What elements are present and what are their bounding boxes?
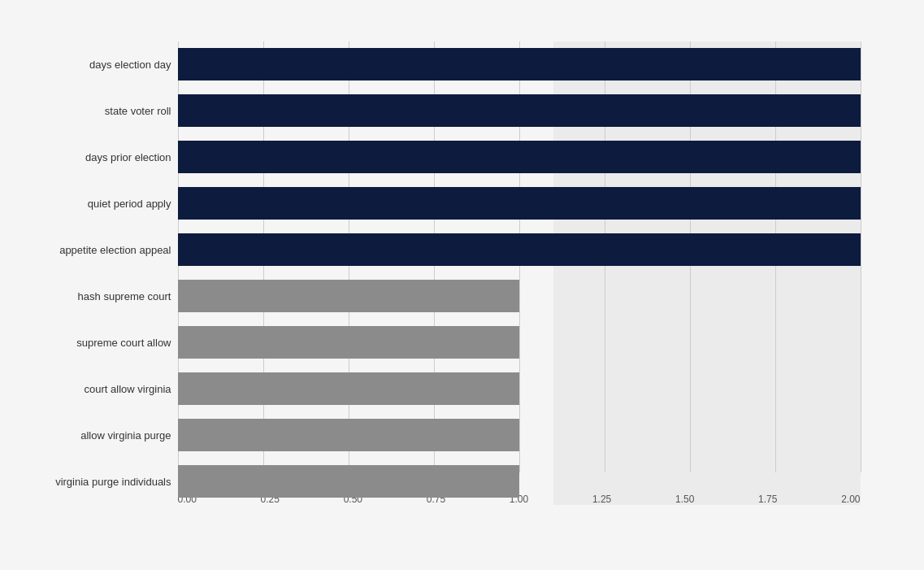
- bar-track: [178, 326, 861, 359]
- bar-row: supreme court allow: [178, 320, 861, 366]
- bar-row: virginia purge individuals: [178, 459, 861, 505]
- bar-label: days prior election: [17, 151, 171, 163]
- bar-track: [178, 141, 861, 173]
- bar-label: virginia purge individuals: [17, 476, 171, 488]
- bar-row: court allow virginia: [178, 366, 861, 412]
- bar-fill: [178, 94, 861, 127]
- bar-label: court allow virginia: [17, 383, 171, 395]
- bar-label: appetite election appeal: [17, 244, 171, 256]
- bar-row: days prior election: [178, 134, 861, 181]
- chart-area: days election daystate voter rolldays pr…: [178, 41, 861, 505]
- bar-track: [178, 94, 861, 127]
- bar-fill: [178, 419, 519, 451]
- bar-label: allow virginia purge: [17, 429, 171, 442]
- bar-fill: [178, 141, 861, 173]
- bar-label: days election day: [17, 59, 171, 71]
- bar-fill: [178, 187, 861, 220]
- bar-fill: [178, 280, 519, 312]
- bar-row: quiet period apply: [178, 181, 861, 227]
- bar-track: [178, 233, 861, 266]
- bar-track: [178, 419, 861, 451]
- bar-row: days election day: [178, 41, 861, 88]
- bar-track: [178, 280, 861, 312]
- bar-label: hash supreme court: [17, 290, 171, 302]
- bar-fill: [178, 326, 519, 359]
- bar-fill: [178, 233, 861, 266]
- bar-label: quiet period apply: [17, 198, 171, 210]
- bar-track: [178, 465, 861, 498]
- bar-row: appetite election appeal: [178, 227, 861, 273]
- grid-line: [861, 41, 861, 472]
- bar-track: [178, 372, 861, 405]
- bar-row: state voter roll: [178, 88, 861, 134]
- bar-label: supreme court allow: [17, 337, 171, 349]
- bar-track: [178, 48, 861, 80]
- bar-fill: [178, 48, 861, 80]
- bar-track: [178, 187, 861, 220]
- chart-container: days election daystate voter rolldays pr…: [15, 9, 909, 562]
- bars-container: days election daystate voter rolldays pr…: [178, 41, 861, 505]
- bar-fill: [178, 372, 519, 405]
- bar-label: state voter roll: [17, 105, 171, 117]
- bar-fill: [178, 465, 519, 498]
- bar-row: allow virginia purge: [178, 412, 861, 459]
- bar-row: hash supreme court: [178, 273, 861, 320]
